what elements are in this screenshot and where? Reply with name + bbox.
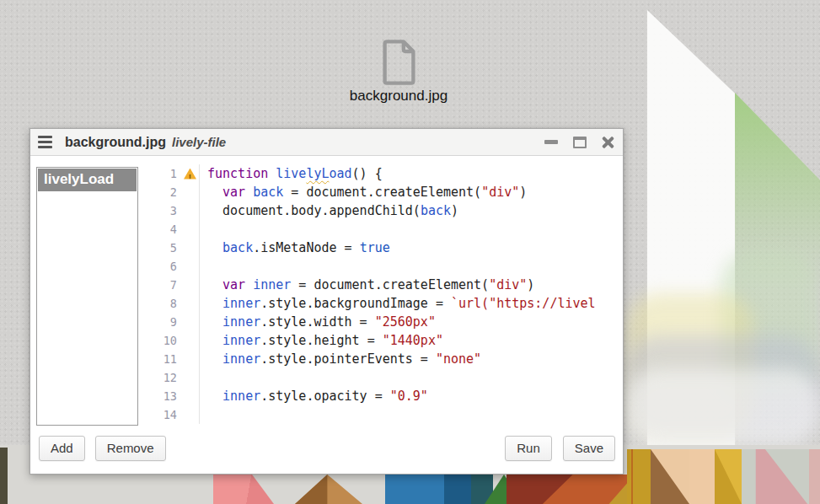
lively-file-window: background.jpglively-file livelyLoad 1fu… xyxy=(29,128,624,475)
window-title: background.jpg xyxy=(65,135,166,149)
code-text xyxy=(199,405,619,424)
function-list: livelyLoad xyxy=(36,167,138,426)
window-subtitle: lively-file xyxy=(172,135,226,149)
code-text xyxy=(199,257,619,276)
code-text: var inner = document.createElement("div"… xyxy=(199,276,619,294)
line-number: 2 xyxy=(142,183,181,201)
code-line[interactable]: 10 inner.style.height = "1440px" xyxy=(142,331,619,350)
code-line[interactable]: 5 back.isMetaNode = true xyxy=(142,239,619,257)
line-number: 12 xyxy=(142,368,181,387)
left-buttons: Add Remove xyxy=(39,436,166,461)
code-line[interactable]: 9 inner.style.width = "2560px" xyxy=(142,313,619,331)
code-editor[interactable]: 1function livelyLoad() {2 var back = doc… xyxy=(142,164,619,428)
code-text: back.isMetaNode = true xyxy=(199,239,619,257)
right-buttons: Run Save xyxy=(505,436,615,461)
code-line[interactable]: 8 inner.style.backgroundImage = `url("ht… xyxy=(142,294,619,313)
code-line[interactable]: 1function livelyLoad() { xyxy=(142,164,619,183)
code-text: function livelyLoad() { xyxy=(199,164,619,183)
code-line[interactable]: 11 inner.style.pointerEvents = "none" xyxy=(142,350,619,368)
code-text: var back = document.createElement("div") xyxy=(199,183,619,201)
desktop: background.jpg background.jpglively-file… xyxy=(0,0,820,504)
run-button[interactable]: Run xyxy=(505,436,552,461)
minimize-icon[interactable] xyxy=(544,140,558,144)
sidebar-item[interactable]: livelyLoad xyxy=(38,169,137,191)
button-row: Add Remove Run Save xyxy=(39,435,615,462)
code-text xyxy=(199,368,619,387)
code-line[interactable]: 4 xyxy=(142,220,619,239)
window-controls xyxy=(544,136,614,148)
code-text: inner.style.height = "1440px" xyxy=(199,331,619,350)
desktop-file-label: background.jpg xyxy=(335,88,462,105)
code-line[interactable]: 12 xyxy=(142,368,619,387)
add-button[interactable]: Add xyxy=(39,436,85,461)
code-line[interactable]: 2 var back = document.createElement("div… xyxy=(142,183,619,201)
line-number: 11 xyxy=(142,350,181,368)
window-title-group: background.jpglively-file xyxy=(65,135,226,150)
line-number: 1 xyxy=(142,164,181,183)
code-line[interactable]: 6 xyxy=(142,257,619,276)
code-line[interactable]: 14 xyxy=(142,405,619,424)
window-titlebar[interactable]: background.jpglively-file xyxy=(30,129,623,156)
menu-icon[interactable] xyxy=(38,136,52,148)
code-text: inner.style.backgroundImage = `url("http… xyxy=(199,294,619,313)
line-number: 14 xyxy=(142,405,181,424)
code-line[interactable]: 3 document.body.appendChild(back) xyxy=(142,201,619,220)
maximize-icon[interactable] xyxy=(573,137,587,148)
desktop-file-icon[interactable]: background.jpg xyxy=(335,39,462,105)
line-number: 9 xyxy=(142,313,181,331)
code-text: inner.style.opacity = "0.9" xyxy=(199,387,619,405)
code-text xyxy=(199,220,619,239)
code-text: document.body.appendChild(back) xyxy=(199,201,619,220)
line-number: 3 xyxy=(142,201,181,220)
line-number: 6 xyxy=(142,257,181,276)
line-number: 7 xyxy=(142,276,181,294)
line-number: 5 xyxy=(142,239,181,257)
code-line[interactable]: 13 inner.style.opacity = "0.9" xyxy=(142,387,619,405)
close-icon[interactable] xyxy=(602,136,614,148)
warning-triangle-icon xyxy=(184,169,196,180)
line-number: 4 xyxy=(142,220,181,239)
code-line[interactable]: 7 var inner = document.createElement("di… xyxy=(142,276,619,294)
line-number: 8 xyxy=(142,294,181,313)
document-icon xyxy=(379,39,419,86)
code-text: inner.style.width = "2560px" xyxy=(199,313,619,331)
save-button[interactable]: Save xyxy=(563,436,615,461)
line-number: 13 xyxy=(142,387,181,405)
line-number: 10 xyxy=(142,331,181,350)
code-text: inner.style.pointerEvents = "none" xyxy=(199,350,619,368)
wallpaper-wash xyxy=(625,369,820,447)
remove-button[interactable]: Remove xyxy=(95,436,166,461)
